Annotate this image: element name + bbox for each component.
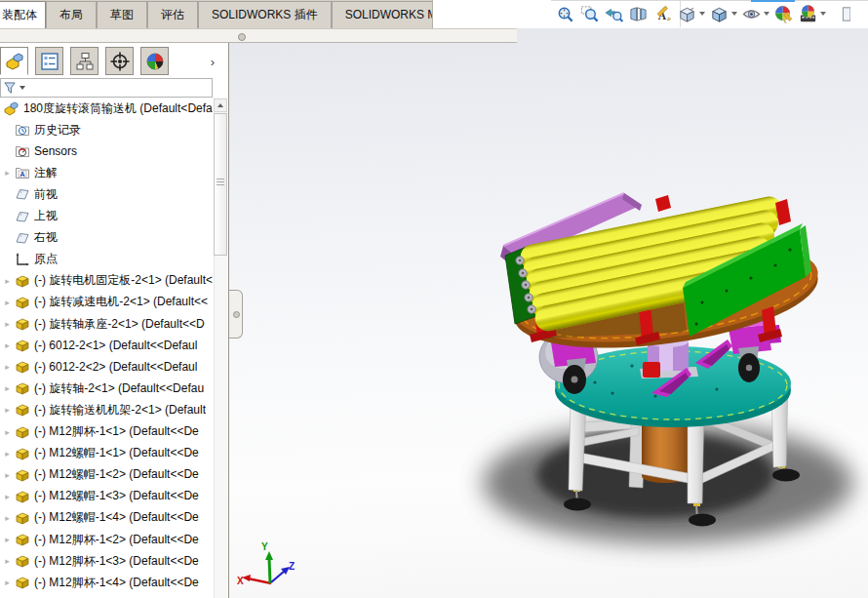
panel-tab-configurationmanager[interactable] <box>70 47 99 75</box>
apply-scene-button[interactable] <box>796 2 819 25</box>
display-style-button[interactable] <box>707 2 730 25</box>
tree-item-label: (-) M12脚杯-1<1> (Default<<De <box>34 423 199 440</box>
dropdown-arrow-icon[interactable] <box>698 2 706 25</box>
tree-item[interactable]: ▸ (-) 旋转电机固定板-2<1> (Default< <box>0 270 214 292</box>
zoom-to-area-button[interactable] <box>577 2 601 25</box>
tree-item[interactable]: ▸ Sensors <box>0 140 214 162</box>
edit-appearance-button[interactable] <box>771 2 795 25</box>
expand-arrow-icon[interactable]: ▸ <box>0 319 15 329</box>
tree-item[interactable]: ▸ (-) 6012-2<1> (Default<<Defaul <box>0 335 214 356</box>
expand-arrow-icon[interactable]: ▸ <box>0 427 15 437</box>
filter-icon <box>4 82 17 95</box>
expand-arrow-icon[interactable]: ▸ <box>0 340 15 350</box>
expand-arrow-icon[interactable]: ▸ <box>0 276 15 286</box>
tree-item[interactable]: ▸ (-) M12螺帽-1<4> (Default<<De <box>0 507 214 529</box>
tree-item[interactable]: ▸ (-) M12脚杯-1<3> (Default<<De <box>0 550 214 572</box>
tree-item-icon <box>15 252 30 267</box>
tree-item[interactable]: ▸ (-) 旋转轴-2<1> (Default<<Defau <box>0 378 214 399</box>
view-orientation-button[interactable] <box>675 2 698 25</box>
expand-arrow-icon[interactable]: ▸ <box>0 578 15 587</box>
tree-item-label: (-) M12螺帽-1<1> (Default<<De <box>34 445 199 461</box>
section-view-button[interactable] <box>626 2 650 25</box>
tree-filter-bar[interactable] <box>0 78 213 98</box>
tree-item-icon <box>15 467 30 483</box>
ribbon-tab[interactable]: 评估 <box>147 1 198 28</box>
tree-item[interactable]: ▸ 注解 <box>0 162 214 183</box>
tree-item[interactable]: ▸ (-) 旋转输送机机架-2<1> (Default <box>0 399 214 420</box>
tree-item[interactable]: ▸ 原点 <box>0 249 214 270</box>
tree-item[interactable]: ▸ (-) 6012-2<2> (Default<<Defaul <box>0 356 214 378</box>
expand-arrow-icon[interactable]: ▸ <box>0 492 15 501</box>
tree-item-label: (-) 6012-2<2> (Default<<Defaul <box>34 360 197 374</box>
tree-item-icon <box>15 165 30 180</box>
expand-arrow-icon[interactable]: ▸ <box>0 168 15 178</box>
tree-item[interactable]: ▸ (-) M12脚杯-1<1> (Default<<De <box>0 421 214 443</box>
tree-item[interactable]: ▸ (-) M12脚杯-1<4> (Default<<De <box>0 572 214 593</box>
expand-arrow-icon[interactable]: ▸ <box>0 383 15 393</box>
panel-tab-propertymanager[interactable] <box>35 47 63 75</box>
view-settings-partial-button[interactable] <box>828 2 851 25</box>
model-3d-view[interactable]: X Y Z <box>229 28 868 598</box>
expand-arrow-icon[interactable]: ▸ <box>0 556 15 566</box>
commandmanager-tabbar: 装配体布局草图评估SOLIDWORKS 插件SOLIDWORKS MBD <box>0 0 432 29</box>
tree-item-icon <box>15 186 30 202</box>
panel-tab-dimxpertmanager[interactable] <box>105 47 134 75</box>
tree-item[interactable]: ▸ 180度旋转滚筒输送机 (Default<Defa <box>0 98 214 119</box>
ribbon-tab-label: 装配体 <box>2 8 37 21</box>
tree-item-icon <box>15 532 30 547</box>
dropdown-arrow-icon[interactable] <box>763 2 770 25</box>
tree-item-label: 注解 <box>34 165 58 181</box>
tree-item-label: 前视 <box>34 186 58 203</box>
expand-arrow-icon[interactable]: ▸ <box>0 362 15 372</box>
ribbon-tab[interactable]: 布局 <box>46 1 97 28</box>
panel-tab-icon <box>109 51 131 72</box>
panel-tab-displaymanager[interactable] <box>140 47 169 75</box>
hud-icon <box>628 4 649 24</box>
ribbon-tab[interactable]: 草图 <box>97 1 147 28</box>
dropdown-arrow-icon[interactable] <box>819 2 827 25</box>
expand-arrow-icon[interactable]: ▸ <box>0 513 15 523</box>
ribbon-tab-label: SOLIDWORKS 插件 <box>212 8 318 21</box>
ribbon-tab-label: 评估 <box>161 8 184 21</box>
expand-arrow-icon[interactable]: ▸ <box>0 470 15 480</box>
hud-icon <box>741 4 762 24</box>
expand-arrow-icon[interactable]: ▸ <box>0 449 15 458</box>
tree-item-label: 右视 <box>34 229 58 246</box>
tree-item[interactable]: ▸ (-) M12螺帽-1<3> (Default<<De <box>0 486 214 507</box>
tree-item-label: 原点 <box>34 251 58 267</box>
zoom-to-fit-button[interactable] <box>553 2 576 25</box>
tree-item[interactable]: ▸ (-) 旋转轴承座-2<1> (Default<<D <box>0 313 214 335</box>
dynamic-annotation-button[interactable] <box>651 2 674 25</box>
scrollbar-up-button[interactable] <box>214 99 227 112</box>
hud-icon <box>709 4 730 24</box>
hud-icon <box>798 4 818 24</box>
expand-arrow-icon[interactable]: ▸ <box>0 298 15 307</box>
ribbon-tab[interactable]: 装配体 <box>0 1 46 28</box>
splitter-grip-dot <box>238 33 246 41</box>
tree-item-label: (-) 旋转轴承座-2<1> (Default<<D <box>34 316 205 333</box>
commandmanager-splitter[interactable] <box>0 28 517 43</box>
ribbon-tab[interactable]: SOLIDWORKS 插件 <box>198 1 332 28</box>
tree-item[interactable]: ▸ (-) M12螺帽-1<2> (Default<<De <box>0 464 214 486</box>
tree-item[interactable]: ▸ 前视 <box>0 183 214 205</box>
tree-item[interactable]: ▸ 历史记录 <box>0 119 214 140</box>
triad-x-label: X <box>237 576 244 586</box>
tree-item[interactable]: ▸ (-) M12螺帽-1<1> (Default<<De <box>0 443 214 464</box>
reference-triad: X Y Z <box>237 541 295 586</box>
tree-item[interactable]: ▸ (-) 旋转减速电机-2<1> (Default<< <box>0 292 214 313</box>
panel-tab-featuremanager-design-tree[interactable] <box>0 47 28 75</box>
expand-arrow-icon[interactable]: ▸ <box>0 405 15 415</box>
expand-arrow-icon[interactable]: ▸ <box>0 535 15 544</box>
tree-item[interactable]: ▸ 上视 <box>0 206 214 227</box>
dropdown-arrow-icon[interactable] <box>730 2 738 25</box>
tree-item-label: (-) M12脚杯-1<4> (Default<<De <box>34 575 199 591</box>
tree-item[interactable]: ▸ (-) M12脚杯-1<2> (Default<<De <box>0 529 214 550</box>
panel-expand-button[interactable]: › <box>203 49 222 74</box>
hide-show-items-button[interactable] <box>739 2 763 25</box>
hud-icon <box>555 4 575 24</box>
previous-view-button[interactable] <box>602 2 625 25</box>
tree-item-label: (-) M12脚杯-1<3> (Default<<De <box>34 553 199 570</box>
tree-item-label: 上视 <box>34 208 58 224</box>
tree-item-icon <box>15 122 30 138</box>
tree-item[interactable]: ▸ 右视 <box>0 227 214 249</box>
